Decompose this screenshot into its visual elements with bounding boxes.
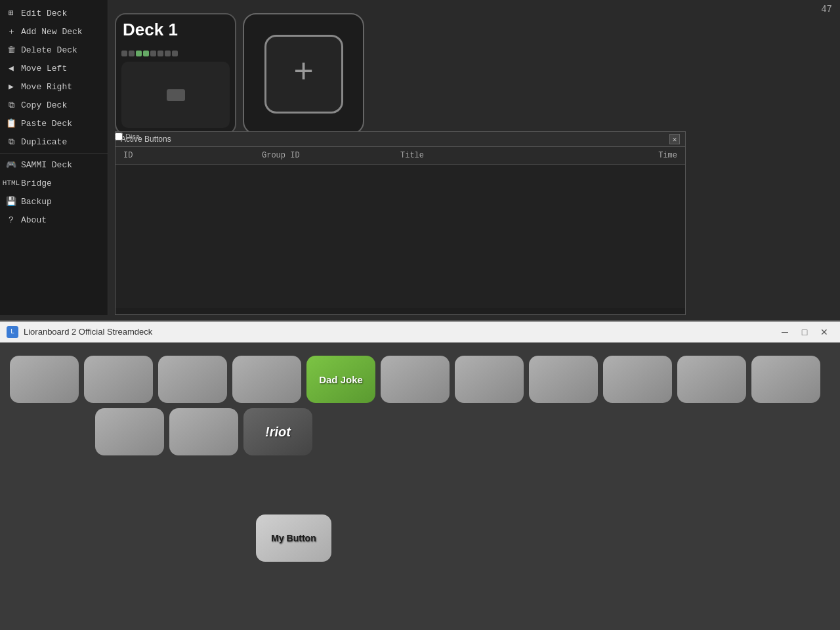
sd-btn-riot[interactable]: !riot (243, 408, 312, 455)
sd-btn-r2-1[interactable] (169, 408, 238, 455)
row-mybutton: My Button (0, 514, 840, 562)
close-button[interactable]: ✕ (815, 325, 833, 339)
maximize-button[interactable]: □ (795, 325, 814, 339)
backup-icon: 💾 (5, 196, 17, 207)
sd-btn-r2-0[interactable] (95, 408, 164, 455)
edit-deck-icon: ⊞ (5, 7, 17, 19)
deck-dot-5 (150, 51, 156, 56)
bottom-title-icon: L (7, 326, 18, 338)
deck-dot-8 (172, 51, 178, 56)
bottom-title-text: Lioranboard 2 Official Streamdeck (24, 327, 770, 337)
active-buttons-panel: Active Buttons ✕ ID Group ID Title Time (115, 131, 686, 315)
move-left-icon: ◀ (5, 62, 17, 74)
sidebar-item-paste-deck[interactable]: 📋 Paste Deck (0, 114, 108, 133)
sd-btn-r1-1[interactable] (84, 356, 153, 403)
bottom-titlebar: L Lioranboard 2 Official Streamdeck ─ □ … (0, 322, 840, 343)
sidebar-item-edit-deck[interactable]: ⊞ Edit Deck (0, 4, 108, 22)
deck-1-card[interactable]: Deck 1 (115, 13, 236, 135)
deck-1-title: Deck 1 (123, 20, 178, 40)
deck-inner (121, 62, 230, 128)
active-buttons-columns: ID Group ID Title Time (116, 147, 685, 165)
delete-deck-icon: 🗑 (5, 44, 17, 56)
bottom-window: L Lioranboard 2 Official Streamdeck ─ □ … (0, 320, 840, 630)
sidebar-item-add-new-deck[interactable]: ＋ Add New Deck (0, 22, 108, 41)
sidebar: ⊞ Edit Deck ＋ Add New Deck 🗑 Delete Deck… (0, 0, 108, 315)
sd-btn-r1-6[interactable] (455, 356, 524, 403)
streamdeck-area: Dad Joke !riot (0, 343, 840, 462)
sidebar-item-about[interactable]: ? About (0, 211, 108, 229)
add-deck-card[interactable]: + (243, 13, 364, 135)
duplicate-icon: ⧉ (5, 136, 17, 148)
add-deck-plus-icon: + (264, 35, 343, 114)
deck-dot-2 (129, 51, 135, 56)
row2: !riot (7, 408, 833, 455)
sd-btn-r1-5[interactable] (381, 356, 450, 403)
sd-btn-r1-7[interactable] (529, 356, 598, 403)
sidebar-item-duplicate[interactable]: ⧉ Duplicate (0, 133, 108, 151)
sd-btn-r1-9[interactable] (677, 356, 746, 403)
deck-inner-icon (167, 89, 185, 101)
minimize-button[interactable]: ─ (776, 325, 794, 339)
disable-checkbox[interactable] (115, 133, 123, 140)
deck-dot-1 (121, 51, 127, 56)
window-controls: ─ □ ✕ (776, 325, 833, 339)
sidebar-item-sammi-deck[interactable]: 🎮 SAMMI Deck (0, 156, 108, 174)
paste-deck-icon: 📋 (5, 117, 17, 129)
sidebar-divider-1 (0, 153, 108, 154)
sidebar-item-copy-deck[interactable]: ⧉ Copy Deck (0, 96, 108, 114)
sd-btn-my-button[interactable]: My Button (256, 514, 331, 562)
deck-dot-6 (158, 51, 163, 56)
sammi-deck-icon: 🎮 (5, 159, 17, 171)
sidebar-item-bridge[interactable]: HTML Bridge (0, 174, 108, 192)
active-buttons-body (116, 165, 685, 308)
disable-row: Disa (115, 133, 140, 140)
sidebar-item-backup[interactable]: 💾 Backup (0, 192, 108, 211)
active-buttons-header: Active Buttons ✕ (116, 132, 685, 147)
deck-area: Deck 1 + (108, 7, 371, 141)
deck-dot-3 (136, 51, 142, 56)
deck-dots (121, 49, 230, 58)
disable-label: Disa (125, 133, 140, 140)
ab-col-id: ID (123, 151, 262, 160)
sidebar-item-move-right[interactable]: ▶ Move Right (0, 77, 108, 96)
ab-col-title: Title (400, 151, 539, 160)
add-deck-icon: ＋ (5, 26, 17, 37)
copy-deck-icon: ⧉ (5, 99, 17, 111)
sd-btn-r1-0[interactable] (10, 356, 79, 403)
sidebar-item-delete-deck[interactable]: 🗑 Delete Deck (0, 41, 108, 59)
top-counter: 47 (821, 4, 832, 14)
bridge-icon: HTML (5, 177, 17, 189)
sd-btn-r1-8[interactable] (603, 356, 672, 403)
deck-dot-7 (165, 51, 171, 56)
ab-col-time: Time (539, 151, 677, 160)
sd-btn-r1-3[interactable] (232, 356, 301, 403)
active-buttons-close-button[interactable]: ✕ (669, 134, 680, 144)
move-right-icon: ▶ (5, 81, 17, 93)
row1: Dad Joke (7, 356, 833, 403)
sd-btn-r1-2[interactable] (158, 356, 227, 403)
sd-btn-r1-10[interactable] (751, 356, 820, 403)
sd-btn-dad-joke[interactable]: Dad Joke (306, 356, 375, 403)
ab-col-group: Group ID (262, 151, 400, 160)
deck-dot-4 (143, 51, 149, 56)
sidebar-item-move-left[interactable]: ◀ Move Left (0, 59, 108, 77)
about-icon: ? (5, 214, 17, 226)
